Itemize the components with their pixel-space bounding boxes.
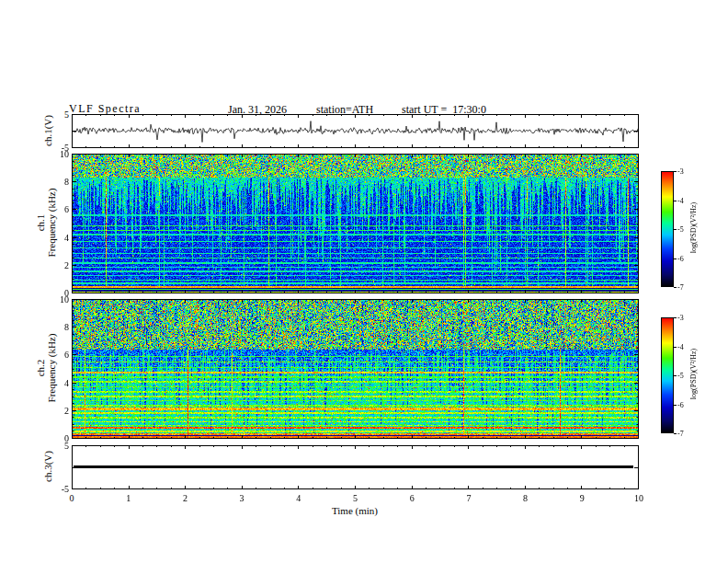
ch2-frequency-axis-label-line1: ch.2	[35, 313, 46, 423]
freq-tick-label: 4	[49, 378, 69, 388]
x-tick-label: 3	[231, 493, 253, 503]
x-tick-label: 8	[515, 493, 537, 503]
colorbar-ch2-canvas	[661, 317, 674, 433]
colorbar-tick-label: -6	[677, 255, 696, 263]
colorbar-tick-label: -7	[677, 283, 696, 292]
colorbar-tick-label: -3	[677, 167, 696, 176]
colorbar-tick-mark	[674, 317, 677, 318]
colorbar-tick-label: -5	[677, 372, 696, 380]
time-axis-label: Time (min)	[309, 505, 401, 516]
freq-tick-label: 10	[49, 149, 69, 159]
x-tick-label: 9	[571, 493, 593, 503]
freq-tick-label: 2	[49, 260, 69, 270]
colorbar-tick-mark	[674, 287, 677, 288]
colorbar-tick-mark	[674, 259, 677, 259]
x-tick-label: 1	[118, 493, 140, 503]
colorbar-tick-mark	[674, 433, 677, 434]
ch1-frequency-axis-label-line1: ch.1	[35, 167, 46, 278]
ch2-spectrogram-canvas	[72, 299, 639, 439]
colorbar-tick-mark	[674, 171, 677, 172]
colorbar-tick-label: -4	[677, 343, 696, 351]
ch1-waveform-canvas	[72, 114, 639, 148]
x-tick-label: 7	[458, 493, 480, 503]
colorbar-tick-label: -3	[677, 314, 696, 322]
x-tick-label: 4	[288, 493, 310, 503]
vlf-spectra-page: VLF Spectra Jan. 31, 2026 station=ATH st…	[0, 0, 728, 563]
colorbar-ch1-canvas	[661, 171, 674, 287]
ch3-waveform-canvas	[72, 445, 639, 489]
x-tick-label: 0	[61, 493, 83, 503]
x-tick-label: 2	[174, 493, 196, 503]
x-tick-label: 5	[345, 493, 367, 503]
x-tick-label: 6	[401, 493, 423, 503]
colorbar-tick-label: -4	[677, 197, 696, 205]
freq-tick-label: 6	[49, 350, 69, 360]
colorbar-tick-label: -7	[677, 430, 696, 438]
colorbar-tick-mark	[674, 405, 677, 406]
colorbar-tick-mark	[674, 201, 677, 201]
freq-tick-label: 6	[49, 204, 69, 214]
colorbar-tick-mark	[674, 375, 677, 376]
freq-tick-label: 10	[49, 294, 69, 304]
freq-tick-label: 4	[49, 233, 69, 243]
colorbar-tick-label: -5	[677, 225, 696, 234]
freq-tick-label: 2	[49, 406, 69, 416]
colorbar-tick-mark	[674, 347, 677, 348]
freq-tick-label: 8	[49, 322, 69, 332]
y-tick-label: 5	[49, 109, 69, 120]
y-tick-label: -5	[49, 484, 69, 494]
freq-tick-label: 8	[49, 177, 69, 187]
ch1-spectrogram-canvas	[72, 154, 639, 293]
colorbar-tick-label: -6	[677, 401, 696, 409]
colorbar-tick-mark	[674, 229, 677, 230]
freq-tick-label: 0	[49, 433, 69, 443]
x-tick-label: 10	[628, 493, 650, 503]
